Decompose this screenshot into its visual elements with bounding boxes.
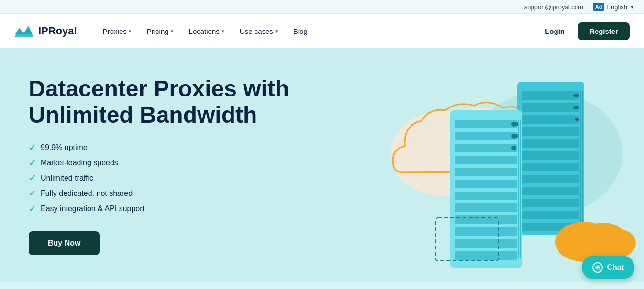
chat-label: Chat <box>607 263 624 272</box>
hero-illustration <box>333 48 644 282</box>
logo-text: IPRoyal <box>38 25 77 37</box>
logo-icon <box>14 24 33 38</box>
top-bar: support@iproyal.com Ad English ▼ <box>0 0 644 14</box>
navbar: IPRoyal Proxies ▾ Pricing ▾ Locations ▾ … <box>0 14 644 48</box>
chat-widget[interactable]: Chat <box>582 256 634 279</box>
svg-rect-10 <box>522 115 579 124</box>
svg-rect-34 <box>455 180 517 188</box>
hero-section: Datacenter Proxies with Unlimited Bandwi… <box>0 48 644 282</box>
check-icon: ✓ <box>29 158 36 168</box>
nav-links: Proxies ▾ Pricing ▾ Locations ▾ Use case… <box>96 23 537 39</box>
svg-rect-11 <box>522 127 579 136</box>
login-button[interactable]: Login <box>537 23 572 39</box>
svg-rect-18 <box>522 211 579 219</box>
buy-now-button[interactable]: Buy Now <box>29 231 100 255</box>
nav-use-cases[interactable]: Use cases ▾ <box>233 23 285 39</box>
datacenter-illustration <box>340 48 637 282</box>
chat-icon <box>592 262 603 273</box>
chevron-down-icon: ▾ <box>222 28 224 34</box>
svg-rect-14 <box>522 163 579 171</box>
nav-blog[interactable]: Blog <box>287 23 314 39</box>
chevron-down-icon: ▼ <box>630 4 634 10</box>
svg-point-23 <box>573 94 576 97</box>
feature-item: ✓ Easy integration & API support <box>29 203 297 214</box>
svg-rect-16 <box>522 187 579 195</box>
feature-item: ✓ Unlimited traffic <box>29 173 297 183</box>
svg-rect-38 <box>455 227 517 236</box>
hero-content: Datacenter Proxies with Unlimited Bandwi… <box>29 75 297 255</box>
nav-right: Login Register <box>537 22 630 40</box>
svg-rect-31 <box>455 144 517 152</box>
check-icon: ✓ <box>29 188 36 199</box>
svg-point-43 <box>511 146 516 150</box>
check-icon: ✓ <box>29 203 36 214</box>
chevron-down-icon: ▾ <box>171 28 174 34</box>
svg-rect-39 <box>455 239 517 248</box>
svg-rect-32 <box>455 156 517 164</box>
hero-features-list: ✓ 99.9% uptime ✓ Market-leading speeds ✓… <box>29 142 297 214</box>
feature-item: ✓ Market-leading speeds <box>29 158 297 168</box>
nav-locations[interactable]: Locations ▾ <box>182 23 231 39</box>
svg-rect-29 <box>455 120 517 128</box>
logo-link[interactable]: IPRoyal <box>14 24 77 38</box>
check-icon: ✓ <box>29 142 36 153</box>
svg-rect-30 <box>455 132 517 140</box>
language-label: English <box>607 3 627 11</box>
check-icon: ✓ <box>29 173 36 183</box>
nav-pricing[interactable]: Pricing ▾ <box>140 23 180 39</box>
svg-rect-17 <box>522 199 579 207</box>
nav-proxies[interactable]: Proxies ▾ <box>96 23 138 39</box>
svg-rect-35 <box>455 192 517 200</box>
svg-point-22 <box>575 118 579 121</box>
svg-point-24 <box>573 106 576 109</box>
svg-rect-33 <box>455 168 517 176</box>
feature-item: ✓ 99.9% uptime <box>29 142 297 153</box>
svg-rect-8 <box>522 91 579 100</box>
chevron-down-icon: ▾ <box>129 28 132 34</box>
chevron-down-icon: ▾ <box>275 28 278 34</box>
lang-badge: Ad <box>593 3 605 11</box>
svg-rect-12 <box>522 139 579 148</box>
register-button[interactable]: Register <box>578 22 630 40</box>
language-selector[interactable]: Ad English ▼ <box>593 3 634 11</box>
support-email: support@iproyal.com <box>524 3 583 11</box>
svg-rect-15 <box>522 175 579 183</box>
svg-rect-36 <box>455 203 517 212</box>
hero-title: Datacenter Proxies with Unlimited Bandwi… <box>29 75 297 128</box>
svg-rect-40 <box>455 251 517 260</box>
feature-item: ✓ Fully dedicated, not shared <box>29 188 297 199</box>
svg-rect-37 <box>455 215 517 224</box>
svg-rect-13 <box>522 151 579 160</box>
svg-marker-1 <box>14 27 33 34</box>
svg-rect-9 <box>522 103 579 112</box>
